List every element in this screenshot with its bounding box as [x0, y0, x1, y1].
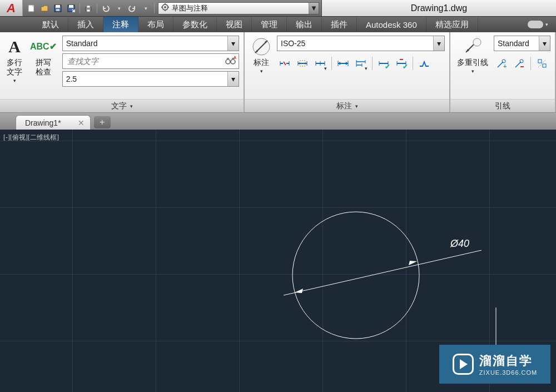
chevron-down-icon: ▾ — [471, 68, 474, 74]
chevron-down-icon[interactable]: ▾ — [227, 72, 239, 86]
qat-dropdown-icon[interactable]: ▾ — [113, 2, 125, 14]
quick-access-toolbar: ▾ ▾ 草图与注释 ▼ — [22, 0, 322, 16]
redo-icon[interactable] — [126, 2, 138, 14]
text-height-dropdown[interactable]: 2.5 ▾ — [62, 71, 239, 87]
panel-dimension: 标注 ▾ ISO-25 ▾ ▾ ▾ ✔ ✔ — [245, 32, 450, 112]
app-logo[interactable]: A — [0, 0, 22, 16]
document-tabs: Drawing1* ✕ + — [0, 113, 556, 130]
dim-style-dropdown[interactable]: ISO-25 ▾ — [277, 36, 445, 51]
leader-style-dropdown[interactable]: Standard ▾ — [494, 36, 550, 51]
workspace-dropdown[interactable]: 草图与注释 ▼ — [158, 2, 319, 14]
add-tab-button[interactable]: + — [94, 116, 111, 128]
dim-quick-icon[interactable] — [335, 56, 351, 71]
tab-layout[interactable]: 布局 — [138, 17, 173, 32]
dim-override-icon[interactable]: ✔ — [394, 56, 409, 71]
dimension-label: 标注 — [254, 58, 269, 67]
undo-icon[interactable] — [100, 2, 112, 14]
leader-align-icon[interactable] — [534, 56, 550, 71]
saveas-icon[interactable] — [65, 2, 77, 14]
text-height-value: 2.5 — [66, 75, 77, 83]
tab-annotate[interactable]: 注释 — [103, 17, 138, 32]
dim-adjust-icon[interactable] — [295, 56, 310, 71]
spellcheck-icon: ABC✔ — [30, 37, 57, 57]
dim-continue-icon[interactable]: ▾ — [312, 56, 328, 71]
title-bar: A ▾ ▾ 草图与注释 ▼ — [0, 0, 556, 17]
leader-add-icon[interactable]: + — [494, 56, 509, 71]
chevron-down-icon[interactable]: ▾ — [539, 36, 550, 51]
tab-output[interactable]: 输出 — [287, 17, 322, 32]
panel-title-dimension[interactable]: 标注 ▾ — [245, 99, 449, 112]
svg-rect-2 — [56, 5, 60, 8]
svg-line-60 — [515, 62, 521, 67]
ribbon-tabs: 默认 插入 注释 布局 参数化 视图 管理 输出 插件 Autodesk 360… — [0, 17, 556, 32]
spellcheck-button[interactable]: ABC✔ 拼写 检查 — [28, 36, 59, 78]
print-icon[interactable] — [82, 2, 95, 14]
tab-autodesk360[interactable]: Autodesk 360 — [357, 17, 426, 32]
watermark: 溜溜自学 ZIXUE.3D66.COM — [439, 345, 550, 384]
chevron-down-icon[interactable]: ▾ — [227, 36, 239, 51]
mleader-button[interactable]: 多重引线 ▾ — [455, 36, 490, 75]
svg-marker-68 — [295, 289, 303, 293]
dim-style-value: ISO-25 — [281, 39, 305, 48]
open-icon[interactable] — [38, 2, 51, 14]
panel-title-leader[interactable]: 引线 — [450, 99, 555, 112]
text-style-dropdown[interactable]: Standard ▾ — [62, 36, 239, 51]
dim-jog-icon[interactable] — [416, 56, 432, 71]
find-text-input[interactable]: ABC — [62, 53, 239, 69]
dimension-text: Ø40 — [450, 238, 469, 250]
tab-plugin[interactable]: 插件 — [322, 17, 357, 32]
tab-parametric[interactable]: 参数化 — [173, 17, 217, 32]
panel-title-text[interactable]: 文字 ▾ — [0, 99, 244, 112]
dim-update-icon[interactable]: ✔ — [376, 56, 391, 71]
new-icon[interactable] — [25, 2, 37, 14]
dimension-button[interactable]: 标注 ▾ — [249, 36, 274, 75]
dim-baseline-icon[interactable]: ▾ — [353, 56, 369, 71]
tab-manage[interactable]: 管理 — [252, 17, 287, 32]
separator — [372, 57, 373, 70]
leader-tools-row: + — [494, 53, 550, 71]
svg-marker-39 — [346, 62, 348, 65]
find-text-field[interactable] — [66, 56, 235, 66]
binoculars-icon[interactable]: ABC — [225, 56, 236, 67]
tab-view[interactable]: 视图 — [217, 17, 252, 32]
separator — [154, 3, 155, 13]
svg-rect-63 — [538, 59, 542, 63]
ribbon-collapse-button[interactable]: ▾ — [520, 17, 556, 32]
svg-marker-38 — [338, 62, 340, 65]
dim-break-icon[interactable] — [277, 56, 292, 71]
svg-rect-5 — [69, 5, 73, 8]
svg-text:+: + — [503, 63, 507, 70]
qat-dropdown-icon[interactable]: ▾ — [140, 2, 152, 14]
drawing-canvas[interactable]: [-][俯视][二维线框] Ø40 溜溜自学 ZIXUE.3D66.COM — [0, 130, 556, 392]
workspace-label: 草图与注释 — [172, 3, 208, 13]
panel-leader: 多重引线 ▾ Standard ▾ + 引线 — [450, 32, 556, 112]
mtext-button[interactable]: A 多行 文字 ▾ — [4, 36, 24, 85]
svg-rect-3 — [56, 9, 59, 11]
separator — [530, 57, 531, 70]
separator — [97, 3, 97, 13]
chevron-down-icon: ▾ — [13, 78, 16, 83]
svg-line-67 — [284, 250, 481, 295]
svg-rect-8 — [87, 9, 90, 12]
chevron-down-icon[interactable]: ▾ — [433, 36, 444, 51]
watermark-sub: ZIXUE.3D66.COM — [479, 369, 537, 376]
save-icon[interactable] — [52, 2, 64, 14]
document-tab-label: Drawing1* — [25, 118, 61, 127]
tab-default[interactable]: 默认 — [33, 17, 68, 32]
tab-insert[interactable]: 插入 — [68, 17, 103, 32]
chevron-down-icon[interactable]: ▼ — [309, 3, 319, 14]
chevron-down-icon: ▾ — [355, 103, 358, 109]
document-tab[interactable]: Drawing1* ✕ — [16, 115, 91, 130]
mtext-label: 多行 文字 — [7, 58, 22, 77]
svg-rect-64 — [543, 64, 546, 67]
play-icon — [453, 354, 474, 375]
svg-text:ABC: ABC — [234, 56, 236, 59]
chevron-down-icon: ▾ — [260, 68, 263, 74]
tab-featured[interactable]: 精选应用 — [426, 17, 478, 32]
chevron-down-icon: ▾ — [130, 103, 133, 109]
leader-style-value: Standard — [498, 39, 529, 48]
close-tab-icon[interactable]: ✕ — [78, 118, 85, 127]
separator — [331, 57, 332, 70]
leader-remove-icon[interactable] — [512, 56, 527, 71]
window-title: Drawing1.dwg — [322, 0, 556, 16]
